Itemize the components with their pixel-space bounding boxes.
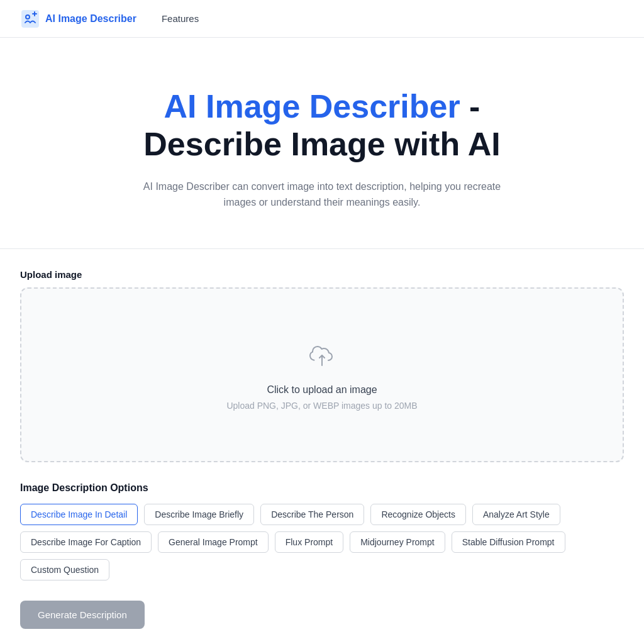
upload-icon: [306, 339, 338, 374]
navbar: AI Image Describer Features: [0, 0, 644, 38]
option-btn-5[interactable]: Describe Image For Caption: [20, 531, 152, 553]
option-btn-4[interactable]: Analyze Art Style: [472, 504, 560, 525]
option-btn-9[interactable]: Stable Diffusion Prompt: [452, 531, 565, 553]
upload-hint-label: Upload PNG, JPG, or WEBP images up to 20…: [226, 401, 417, 411]
svg-rect-0: [21, 10, 39, 28]
hero-section: AI Image Describer - Describe Image with…: [0, 38, 644, 249]
option-btn-7[interactable]: Flux Prompt: [275, 531, 343, 553]
features-link[interactable]: Features: [162, 13, 199, 24]
nav-brand-label: AI Image Describer: [45, 13, 136, 25]
hero-title-blue: AI Image Describer: [164, 88, 460, 125]
nav-brand[interactable]: AI Image Describer: [20, 9, 136, 29]
upload-dropzone[interactable]: Click to upload an image Upload PNG, JPG…: [20, 287, 624, 462]
main-content: Upload image Click to upload an image Up…: [0, 249, 644, 644]
generate-button[interactable]: Generate Description: [20, 601, 145, 629]
logo-icon: [20, 9, 40, 29]
hero-title-dash: -: [460, 88, 480, 125]
hero-title: AI Image Describer - Describe Image with…: [20, 88, 624, 164]
option-btn-0[interactable]: Describe Image In Detail: [20, 504, 138, 525]
options-section-label: Image Description Options: [20, 482, 624, 494]
upload-click-label: Click to upload an image: [267, 384, 377, 396]
option-btn-2[interactable]: Describe The Person: [260, 504, 364, 525]
options-section: Image Description Options Describe Image…: [20, 482, 624, 580]
option-btn-6[interactable]: General Image Prompt: [158, 531, 269, 553]
hero-subtitle: AI Image Describer can convert image int…: [127, 179, 517, 211]
option-btn-10[interactable]: Custom Question: [20, 559, 109, 580]
option-btn-3[interactable]: Recognize Objects: [370, 504, 466, 525]
hero-title-black: Describe Image with AI: [143, 126, 500, 162]
option-btn-1[interactable]: Describe Image Briefly: [144, 504, 254, 525]
upload-section-label: Upload image: [20, 269, 624, 280]
options-grid: Describe Image In DetailDescribe Image B…: [20, 504, 624, 580]
option-btn-8[interactable]: Midjourney Prompt: [350, 531, 445, 553]
